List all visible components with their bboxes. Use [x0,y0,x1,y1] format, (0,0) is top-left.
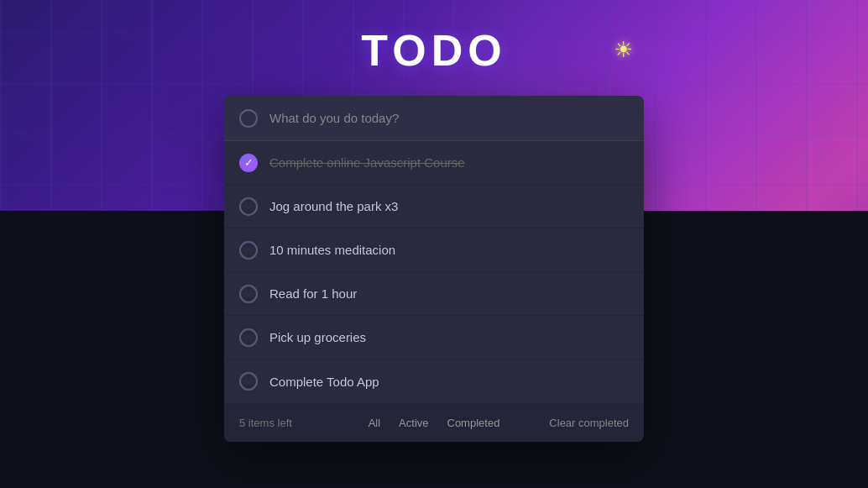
todo-checkbox[interactable] [239,154,258,172]
footer-right: Clear completed [503,417,629,429]
filter-buttons: All Active Completed [365,415,504,431]
todo-card: Complete online Javascript CourseJog aro… [224,96,644,442]
new-todo-circle[interactable] [239,109,258,128]
theme-toggle-icon[interactable]: ☀ [614,37,633,63]
footer: 5 items left All Active Completed Clear … [224,403,644,442]
todo-text: Complete Todo App [269,375,379,389]
filter-active-button[interactable]: Active [395,415,431,431]
main-content: TODO ☀ Complete online Javascript Course… [0,0,868,488]
todo-text: Read for 1 hour [269,286,357,301]
todo-list: Complete online Javascript CourseJog aro… [224,141,644,403]
new-todo-row [224,96,644,141]
clear-completed-button[interactable]: Clear completed [549,417,629,429]
new-todo-input[interactable] [269,111,629,125]
todo-checkbox[interactable] [239,285,258,303]
todo-text: 10 minutes meditacion [269,243,395,257]
todo-checkbox[interactable] [239,197,258,216]
todo-item[interactable]: Complete online Javascript Course [224,141,644,185]
todo-text: Complete online Javascript Course [269,155,465,170]
todo-checkbox[interactable] [239,328,258,347]
todo-text: Pick up groceries [269,330,366,344]
filter-completed-button[interactable]: Completed [444,415,504,431]
todo-item[interactable]: Pick up groceries [224,316,644,359]
todo-item[interactable]: Jog around the park x3 [224,185,644,228]
todo-item[interactable]: 10 minutes meditacion [224,228,644,272]
app-title: TODO [361,25,506,76]
todo-text: Jog around the park x3 [269,199,398,213]
todo-checkbox[interactable] [239,241,258,260]
todo-item[interactable]: Complete Todo App [224,359,644,403]
items-left-count: 5 items left [239,417,365,429]
filter-all-button[interactable]: All [365,415,384,431]
todo-item[interactable]: Read for 1 hour [224,272,644,316]
todo-checkbox[interactable] [239,372,258,391]
